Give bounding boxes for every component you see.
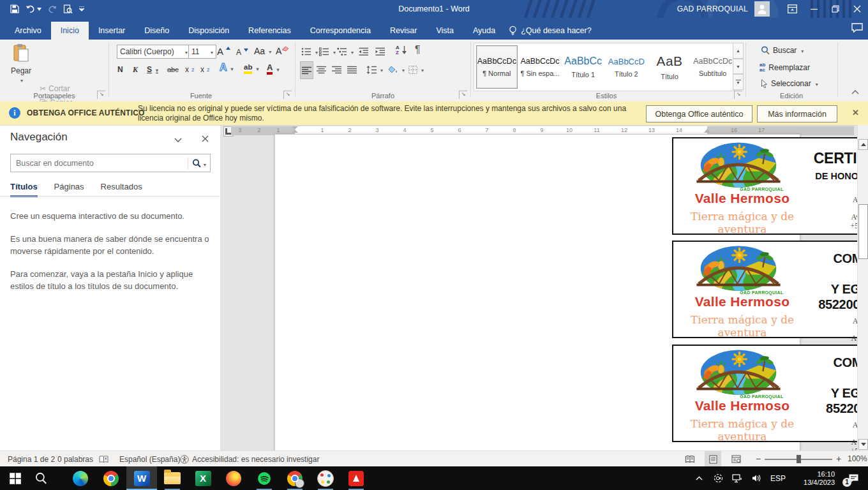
comment-bubble-icon[interactable] (851, 23, 863, 35)
more-info-button[interactable]: Más información (757, 105, 837, 122)
volume-icon[interactable] (747, 474, 766, 482)
nav-tab-resultados[interactable]: Resultados (101, 182, 142, 197)
language-indicator[interactable]: Español (España) (119, 451, 180, 467)
paste-button[interactable]: Pegar (6, 43, 36, 84)
taskbar-start-button[interactable] (3, 466, 28, 490)
taskbar-acrobat-button[interactable] (341, 466, 371, 490)
web-layout-button[interactable] (728, 451, 744, 467)
clear-formatting-button[interactable]: A (276, 44, 289, 58)
tell-me-box[interactable]: ¿Qué desea hacer? (509, 22, 592, 40)
zoom-in-icon[interactable]: + (836, 451, 841, 467)
word-count[interactable]: 0 palabras (57, 451, 93, 467)
taskbar-excel-button[interactable]: X (188, 466, 218, 490)
hidden-icons-chevron-icon[interactable] (689, 476, 708, 480)
zoom-slider-thumb[interactable] (797, 455, 801, 463)
scroll-down-icon[interactable] (858, 439, 868, 450)
borders-button[interactable] (408, 63, 424, 77)
meet-now-icon[interactable] (708, 473, 728, 483)
style-sin-espa[interactable]: AaBbCcDc¶ Sin espa... (520, 45, 561, 89)
paste-dropdown-icon[interactable] (19, 75, 23, 84)
tab-referencias[interactable]: Referencias (239, 22, 301, 40)
show-marks-button[interactable]: ¶ (415, 43, 421, 57)
highlight-button[interactable]: ab (244, 61, 258, 75)
read-mode-button[interactable] (682, 451, 698, 467)
taskbar-firefox-button[interactable] (218, 466, 249, 490)
align-right-button[interactable] (332, 63, 341, 77)
action-center-icon[interactable]: 1 (839, 466, 868, 490)
taskbar-search-button[interactable] (28, 466, 54, 490)
nav-tab-titulos[interactable]: Títulos (10, 182, 38, 197)
italic-button[interactable]: K (133, 63, 142, 77)
shading-button[interactable] (388, 63, 405, 77)
tab-diseno[interactable]: Diseño (135, 22, 179, 40)
scrollbar-thumb[interactable] (858, 204, 868, 259)
scroll-up-icon[interactable] (858, 139, 868, 150)
tab-archivo[interactable]: Archivo (5, 22, 51, 40)
tab-insertar[interactable]: Insertar (89, 22, 135, 40)
redo-icon[interactable] (48, 5, 57, 13)
get-office-button[interactable]: Obtenga Office auténtico (646, 105, 752, 122)
zoom-out-icon[interactable]: − (756, 451, 761, 467)
taskbar-spotify-button[interactable] (249, 466, 280, 490)
avatar[interactable] (754, 1, 770, 17)
tab-correspondencia[interactable]: Correspondencia (301, 22, 380, 40)
nav-pane-options-icon[interactable] (174, 133, 182, 145)
replace-button[interactable]: abac Reemplazar (760, 63, 810, 73)
collapse-ribbon-icon[interactable] (851, 87, 859, 96)
styles-more-icon[interactable]: ▼ (733, 74, 744, 90)
font-dialog-launcher-icon[interactable] (283, 91, 292, 99)
clock[interactable]: 16:10 13/4/2023 (790, 470, 839, 487)
subscript-button[interactable]: x2 (185, 63, 194, 77)
tab-inicio[interactable]: Inicio (51, 22, 89, 40)
document-search-box[interactable] (10, 154, 211, 172)
customize-qat-icon[interactable] (79, 6, 84, 12)
align-center-button[interactable] (317, 63, 326, 77)
proofing-status[interactable] (99, 451, 108, 467)
find-button[interactable]: Buscar (761, 46, 804, 55)
search-button[interactable] (188, 158, 210, 169)
undo-icon[interactable] (26, 5, 41, 13)
styles-scroll-up-icon[interactable]: ▲ (733, 43, 744, 59)
taskbar-chrome-button[interactable] (96, 466, 126, 490)
taskbar-word-button[interactable]: W (126, 466, 157, 490)
keyboard-language[interactable]: ESP (766, 474, 790, 483)
bold-button[interactable]: N (117, 63, 128, 77)
style-normal[interactable]: AaBbCcDc¶ Normal (476, 45, 518, 89)
document-page[interactable]: Valle HermosoGAD PARROQUIALTierra mágica… (274, 134, 800, 452)
taskbar-chrome-profile-button[interactable] (280, 466, 310, 490)
bullets-button[interactable] (301, 45, 318, 59)
select-button[interactable]: Seleccionar (761, 79, 818, 88)
close-button[interactable] (846, 0, 868, 18)
decrease-indent-button[interactable] (359, 45, 369, 59)
vertical-scrollbar[interactable] (857, 125, 868, 450)
grow-font-button[interactable]: A (217, 44, 230, 58)
strikethrough-button[interactable]: abc (167, 63, 179, 77)
underline-button[interactable]: S (147, 63, 158, 77)
indent-marker-right[interactable] (704, 129, 710, 133)
banner-close-icon[interactable]: ✕ (852, 108, 859, 117)
taskbar-explorer-button[interactable] (157, 466, 188, 490)
zoom-percentage[interactable]: 100% (848, 451, 867, 467)
nav-tab-paginas[interactable]: Páginas (54, 182, 84, 197)
taskbar-paint-button[interactable] (310, 466, 341, 490)
style-titulo[interactable]: AaBTítulo (649, 45, 691, 89)
accessibility-status[interactable]: Accesibilidad: es necesario investigar (192, 451, 319, 467)
sort-button[interactable]: AZ (396, 43, 407, 57)
tab-revisar[interactable]: Revisar (380, 22, 426, 40)
increase-indent-button[interactable] (375, 45, 385, 59)
taskbar-edge-button[interactable] (65, 466, 96, 490)
restore-button[interactable] (825, 0, 846, 18)
paragraph-dialog-launcher-icon[interactable] (459, 91, 467, 99)
tab-disposicion[interactable]: Disposición (179, 22, 239, 40)
style-subtitulo[interactable]: AaBbCcDcSubtítulo (692, 45, 733, 89)
print-layout-button[interactable] (705, 451, 721, 467)
shrink-font-button[interactable]: A (236, 45, 248, 59)
save-icon[interactable] (10, 4, 19, 13)
superscript-button[interactable]: x2 (200, 63, 209, 77)
justify-button[interactable] (347, 63, 357, 77)
page-indicator[interactable]: Página 1 de 2 (8, 451, 55, 467)
minimize-button[interactable] (803, 0, 825, 18)
search-input[interactable] (11, 159, 188, 168)
align-left-button[interactable] (300, 61, 313, 79)
font-size-select[interactable]: 11 (188, 45, 216, 59)
